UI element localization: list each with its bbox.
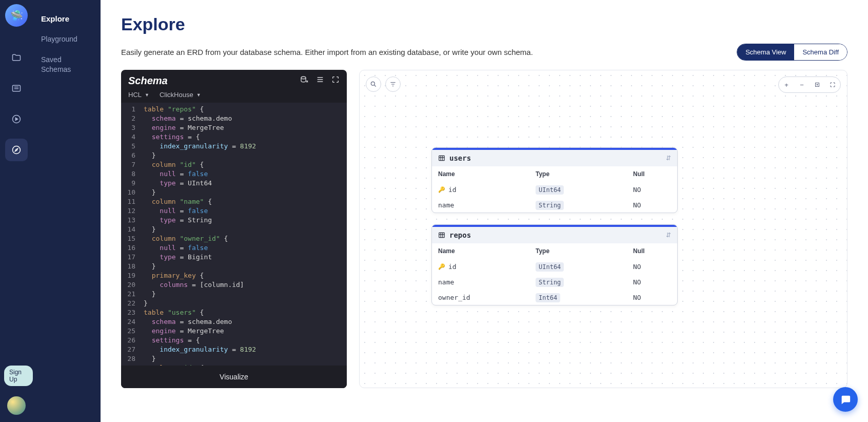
avatar[interactable] bbox=[7, 396, 26, 415]
erd-canvas[interactable]: + − users⇵NameTypeNull🔑idUInt64NOnameStr… bbox=[359, 70, 847, 388]
compass-icon[interactable] bbox=[5, 139, 28, 161]
table-row[interactable]: nameStringNO bbox=[432, 197, 677, 213]
key-icon: 🔑 bbox=[438, 186, 445, 193]
view-toggle: Schema View Schema Diff bbox=[737, 44, 847, 61]
svg-point-3 bbox=[301, 76, 306, 79]
editor-title: Schema bbox=[128, 75, 168, 87]
table-row[interactable]: owner_idInt64NO bbox=[432, 290, 677, 305]
visualize-button[interactable]: Visualize bbox=[121, 366, 347, 388]
svg-rect-8 bbox=[439, 233, 445, 237]
table-row[interactable]: nameStringNO bbox=[432, 274, 677, 290]
lang-dropdown[interactable]: HCL▼ bbox=[128, 91, 149, 99]
format-icon[interactable] bbox=[316, 75, 324, 87]
fit-icon[interactable] bbox=[811, 78, 824, 91]
svg-point-4 bbox=[371, 82, 374, 85]
tab-schema-diff[interactable]: Schema Diff bbox=[794, 44, 847, 60]
zoom-in-icon[interactable]: + bbox=[780, 78, 793, 91]
table-name: repos bbox=[438, 231, 471, 239]
line-gutter: 1234567891011121314151617181920212223242… bbox=[121, 103, 140, 366]
chat-icon[interactable] bbox=[833, 387, 858, 412]
main: Explore Easily generate an ERD from your… bbox=[101, 0, 868, 422]
key-icon: 🔑 bbox=[438, 263, 445, 270]
filter-icon[interactable] bbox=[385, 76, 401, 92]
svg-rect-0 bbox=[13, 85, 21, 91]
import-icon[interactable] bbox=[300, 75, 309, 87]
play-icon[interactable] bbox=[5, 108, 28, 130]
code-area[interactable]: 1234567891011121314151617181920212223242… bbox=[121, 103, 347, 366]
chevron-down-icon: ▼ bbox=[196, 92, 201, 98]
fullscreen-icon[interactable] bbox=[826, 78, 839, 91]
sidenav-item-playground[interactable]: Playground bbox=[33, 29, 101, 50]
logo[interactable]: 🛸 bbox=[5, 4, 28, 27]
svg-point-2 bbox=[13, 146, 21, 154]
icon-rail: 🛸 Sign Up bbox=[0, 0, 33, 422]
sidenav-title: Explore bbox=[33, 8, 101, 29]
tab-schema-view[interactable]: Schema View bbox=[737, 44, 794, 60]
svg-rect-7 bbox=[439, 156, 445, 160]
zoom-out-icon[interactable]: − bbox=[795, 78, 808, 91]
erd-table-users[interactable]: users⇵NameTypeNull🔑idUInt64NOnameStringN… bbox=[431, 147, 678, 213]
table-row[interactable]: 🔑idUInt64NO bbox=[432, 259, 677, 274]
list-icon[interactable] bbox=[5, 77, 28, 100]
search-icon[interactable] bbox=[366, 76, 381, 92]
folder-icon[interactable] bbox=[5, 46, 28, 69]
side-nav: Explore Playground Saved Schemas bbox=[33, 0, 101, 422]
page-subtitle: Easily generate an ERD from your databas… bbox=[121, 48, 533, 56]
code-lines: table "repos" { schema = schema.demo eng… bbox=[140, 103, 260, 366]
svg-point-6 bbox=[817, 84, 818, 85]
table-name: users bbox=[438, 154, 471, 162]
dialect-dropdown[interactable]: ClickHouse▼ bbox=[160, 91, 201, 99]
signup-button[interactable]: Sign Up bbox=[4, 366, 33, 386]
table-row[interactable]: 🔑idUInt64NO bbox=[432, 182, 677, 197]
collapse-icon[interactable]: ⇵ bbox=[666, 232, 671, 239]
chevron-down-icon: ▼ bbox=[145, 92, 149, 98]
erd-table-repos[interactable]: repos⇵NameTypeNull🔑idUInt64NOnameStringN… bbox=[431, 224, 678, 305]
sidenav-item-saved[interactable]: Saved Schemas bbox=[33, 50, 101, 80]
page-title: Explore bbox=[121, 14, 847, 34]
expand-icon[interactable] bbox=[331, 75, 340, 87]
collapse-icon[interactable]: ⇵ bbox=[666, 155, 671, 162]
schema-editor: Schema HCL▼ Click bbox=[121, 70, 347, 388]
